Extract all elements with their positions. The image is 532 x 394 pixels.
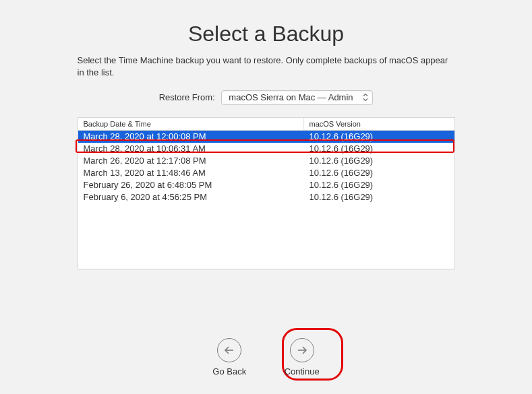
table-row[interactable]: March 13, 2020 at 11:48:46 AM10.12.6 (16… bbox=[78, 167, 454, 179]
table-row[interactable]: February 26, 2020 at 6:48:05 PM10.12.6 (… bbox=[78, 179, 454, 191]
row-date: March 28, 2020 at 12:00:08 PM bbox=[78, 131, 304, 143]
row-version: 10.12.6 (16G29) bbox=[304, 131, 454, 143]
backup-table: Backup Date & Time macOS Version March 2… bbox=[78, 117, 455, 269]
table-row[interactable]: March 26, 2020 at 12:17:08 PM10.12.6 (16… bbox=[78, 155, 454, 167]
arrow-left-icon bbox=[223, 343, 236, 357]
row-version: 10.12.6 (16G29) bbox=[304, 143, 454, 155]
footer-buttons: Go Back Continue bbox=[0, 338, 532, 376]
go-back-button[interactable]: Go Back bbox=[212, 338, 246, 376]
table-header: Backup Date & Time macOS Version bbox=[78, 118, 454, 131]
restore-from-row: Restore From: macOS Sierra on Mac — Admi… bbox=[0, 90, 532, 117]
subtitle: Select the Time Machine backup you want … bbox=[78, 55, 455, 90]
row-version: 10.12.6 (16G29) bbox=[304, 167, 454, 179]
page-title: Select a Backup bbox=[0, 0, 532, 55]
row-date: February 6, 2020 at 4:56:25 PM bbox=[78, 191, 304, 203]
row-date: February 26, 2020 at 6:48:05 PM bbox=[78, 179, 304, 191]
continue-button[interactable]: Continue bbox=[285, 338, 320, 376]
table-row[interactable]: March 28, 2020 at 10:06:31 AM10.12.6 (16… bbox=[78, 143, 454, 155]
row-version: 10.12.6 (16G29) bbox=[304, 191, 454, 203]
arrow-right-icon bbox=[295, 343, 309, 357]
restore-from-select[interactable]: macOS Sierra on Mac — Admin bbox=[221, 90, 373, 105]
column-header-version[interactable]: macOS Version bbox=[304, 118, 454, 130]
restore-from-label: Restore From: bbox=[159, 92, 215, 102]
dropdown-chevron-icon bbox=[363, 94, 368, 102]
table-row[interactable]: March 28, 2020 at 12:00:08 PM10.12.6 (16… bbox=[78, 131, 454, 143]
continue-label: Continue bbox=[285, 366, 320, 376]
row-version: 10.12.6 (16G29) bbox=[304, 179, 454, 191]
row-date: March 26, 2020 at 12:17:08 PM bbox=[78, 155, 304, 167]
row-date: March 13, 2020 at 11:48:46 AM bbox=[78, 167, 304, 179]
table-row[interactable]: February 6, 2020 at 4:56:25 PM10.12.6 (1… bbox=[78, 191, 454, 203]
go-back-label: Go Back bbox=[212, 366, 246, 376]
column-header-date[interactable]: Backup Date & Time bbox=[78, 118, 304, 130]
row-version: 10.12.6 (16G29) bbox=[304, 155, 454, 167]
row-date: March 28, 2020 at 10:06:31 AM bbox=[78, 143, 304, 155]
restore-from-value: macOS Sierra on Mac — Admin bbox=[229, 92, 353, 102]
